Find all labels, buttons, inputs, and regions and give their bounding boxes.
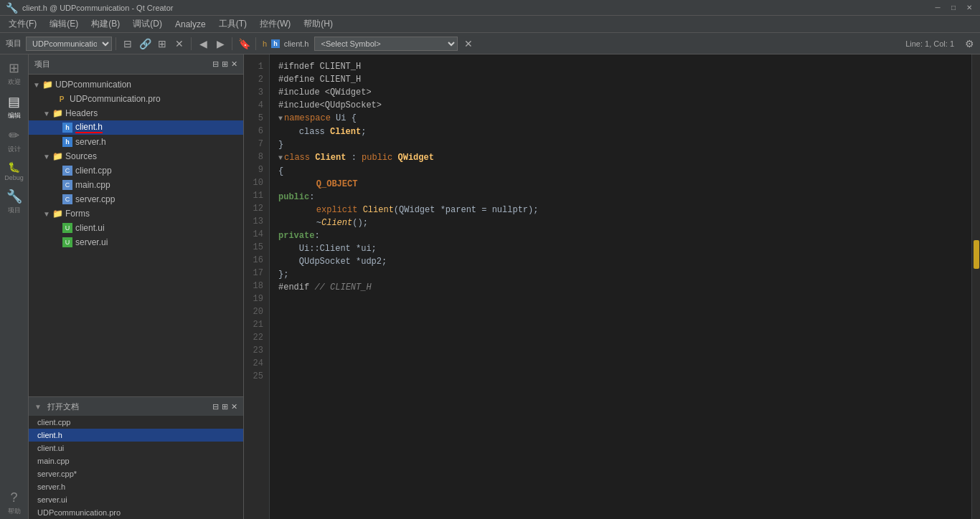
menu-edit[interactable]: 编辑(E) — [44, 16, 84, 32]
code-content[interactable]: #ifndef CLIENT_H #define CLIENT_H #inclu… — [270, 54, 971, 519]
line-num-19: 19 — [247, 292, 263, 305]
line-num-13: 13 — [247, 215, 263, 228]
menu-build[interactable]: 构建(B) — [85, 16, 126, 32]
close-button[interactable]: ✕ — [964, 3, 974, 13]
tree-item-udpcomm-pro[interactable]: P UDPcommunication.pro — [29, 92, 243, 106]
opendocs-list: client.cpp client.h client.ui main.cpp s… — [29, 416, 243, 519]
od-item-main-cpp[interactable]: main.cpp — [29, 454, 243, 467]
symbol-select[interactable]: <Select Symbol> — [314, 37, 458, 51]
tree-item-client-cpp[interactable]: C client.cpp — [29, 163, 243, 178]
tab-file-type: h — [271, 39, 280, 48]
scroll-marker — [974, 240, 979, 269]
sidebar-item-design[interactable]: ✏ 设计 — [1, 125, 27, 157]
od-item-client-ui[interactable]: client.ui — [29, 442, 243, 454]
code-line-2: #define CLIENT_H — [278, 73, 963, 86]
tree-item-forms[interactable]: ▼ 📁 Forms — [29, 206, 243, 221]
projects-icon: 🔧 — [6, 189, 22, 204]
sidebar-item-projects[interactable]: 🔧 项目 — [1, 186, 27, 218]
od-item-client-h[interactable]: client.h — [29, 429, 243, 442]
folder-icon-sources: 📁 — [52, 151, 63, 162]
opendocs-header[interactable]: ▼ 打开文档 ⊟ ⊞ ✕ — [29, 397, 243, 416]
close-panel-icon[interactable]: ✕ — [231, 59, 237, 69]
sidebar-item-help[interactable]: ? 帮助 — [1, 487, 27, 519]
project-select[interactable]: UDPcommunication — [26, 37, 112, 51]
tree-item-headers[interactable]: ▼ 📁 Headers — [29, 106, 243, 120]
ui-icon-client: U — [62, 222, 73, 234]
sidebar-item-debug[interactable]: 🐛 Debug — [1, 158, 27, 184]
code-line-8: class Client; — [278, 125, 963, 138]
tree-item-udpcomm[interactable]: ▼ 📁 UDPcommunication — [29, 77, 243, 92]
folder-icon-udpcomm: 📁 — [42, 79, 53, 90]
line-num-11: 11 — [247, 189, 263, 202]
tree-label-client-ui: client.ui — [75, 223, 105, 233]
menu-file[interactable]: 文件(F) — [3, 16, 42, 32]
settings-button[interactable]: ⚙ — [961, 36, 977, 52]
code-line-5: #include<QUdpSocket> — [278, 99, 963, 112]
nav-back-button[interactable]: ◀ — [195, 36, 211, 52]
sync-icon[interactable]: ⊞ — [222, 59, 228, 69]
opendocs-close-icon[interactable]: ✕ — [231, 402, 237, 411]
filter-icon[interactable]: ⊟ — [212, 59, 219, 69]
od-item-udp-pro[interactable]: UDPcommunication.pro — [29, 506, 243, 519]
menu-debug[interactable]: 调试(D) — [127, 16, 168, 32]
od-item-server-ui[interactable]: server.ui — [29, 493, 243, 506]
project-header: 项目 ⊟ ⊞ ✕ — [29, 54, 243, 75]
menu-widgets[interactable]: 控件(W) — [254, 16, 296, 32]
line-num-4: 4 — [247, 99, 263, 112]
arrow-sources: ▼ — [42, 153, 52, 161]
sidebar-label-debug: Debug — [4, 174, 24, 181]
tree-item-server-cpp[interactable]: C server.cpp — [29, 192, 243, 206]
filter-button[interactable]: ⊟ — [120, 36, 136, 52]
minimize-button[interactable]: ─ — [933, 3, 943, 13]
tree-item-client-ui[interactable]: U client.ui — [29, 221, 243, 235]
code-line-19: private: — [278, 229, 963, 242]
sidebar-label-help: 帮助 — [8, 507, 21, 516]
close-all-button[interactable]: ✕ — [171, 36, 187, 52]
menubar: 文件(F) 编辑(E) 构建(B) 调试(D) Analyze 工具(T) 控件… — [0, 16, 980, 33]
line-num-8: 8 — [247, 151, 263, 163]
line-num-9: 9 — [247, 163, 263, 176]
line-num-3: 3 — [247, 86, 263, 99]
folder-icon-forms: 📁 — [52, 208, 63, 219]
code-line-20: Ui::Client *ui; — [278, 242, 963, 255]
sidebar-item-welcome[interactable]: ⊞ 欢迎 — [1, 57, 27, 90]
tree-label-forms: Forms — [65, 209, 90, 219]
tree-item-main-cpp[interactable]: C main.cpp — [29, 178, 243, 192]
link-button[interactable]: 🔗 — [137, 36, 153, 52]
line-num-23: 23 — [247, 344, 263, 357]
tree-item-server-ui[interactable]: U server.ui — [29, 235, 243, 249]
opendocs-arrow: ▼ — [34, 403, 42, 411]
tree-item-server-h[interactable]: h server.h — [29, 135, 243, 149]
sidebar-item-edit[interactable]: ▤ 编辑 — [1, 91, 27, 123]
welcome-icon: ⊞ — [9, 60, 19, 76]
od-item-client-cpp[interactable]: client.cpp — [29, 416, 243, 429]
nav-forward-button[interactable]: ▶ — [212, 36, 228, 52]
tree-label-client-h: client.h — [75, 122, 103, 133]
project-panel: 项目 ⊟ ⊞ ✕ ▼ 📁 UDPcommunication P UDPcommu… — [29, 54, 244, 519]
line-num-25: 25 — [247, 370, 263, 383]
help-icon: ? — [10, 490, 17, 505]
code-line-22: }; — [278, 268, 963, 281]
arrow-forms: ▼ — [42, 210, 52, 218]
design-icon: ✏ — [9, 128, 19, 143]
maximize-button[interactable]: □ — [948, 3, 958, 13]
opendocs-filter-icon[interactable]: ⊟ — [212, 402, 219, 411]
tree-item-client-h[interactable]: h client.h — [29, 120, 243, 135]
od-item-server-h[interactable]: server.h — [29, 480, 243, 493]
line-num-15: 15 — [247, 241, 263, 254]
project-header-label: 项目 — [34, 59, 50, 70]
close-tab-button[interactable]: ✕ — [461, 36, 476, 52]
edit-icon: ▤ — [8, 94, 20, 110]
split-button[interactable]: ⊞ — [154, 36, 170, 52]
tree-item-sources[interactable]: ▼ 📁 Sources — [29, 149, 243, 163]
menu-help[interactable]: 帮助(H) — [298, 16, 339, 32]
bookmark-button[interactable]: 🔖 — [236, 36, 252, 52]
opendocs-split-icon[interactable]: ⊞ — [222, 402, 228, 411]
menu-analyze[interactable]: Analyze — [169, 18, 212, 31]
sidebar-label-welcome: 欢迎 — [8, 77, 21, 87]
od-item-server-cpp[interactable]: server.cpp* — [29, 467, 243, 480]
sidebar-icons: ⊞ 欢迎 ▤ 编辑 ✏ 设计 🐛 Debug 🔧 项目 ? 帮助 — [0, 54, 29, 519]
cpp-icon-main: C — [62, 179, 73, 191]
menu-tools[interactable]: 工具(T) — [213, 16, 253, 32]
opendocs-label: 打开文档 — [47, 401, 79, 412]
